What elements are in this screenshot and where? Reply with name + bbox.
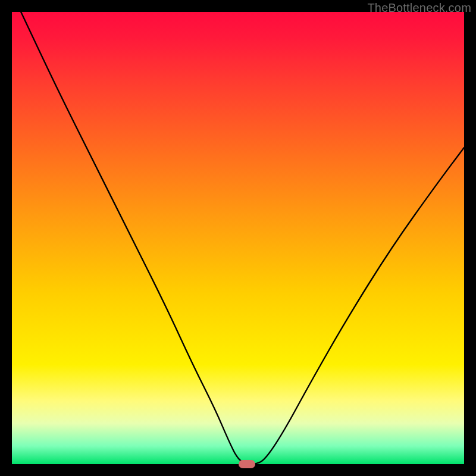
curve-path: [21, 12, 464, 464]
bottleneck-curve: [12, 12, 464, 464]
chart-frame: TheBottleneck.com: [0, 0, 476, 476]
plot-area: [12, 12, 464, 464]
optimal-marker: [239, 460, 255, 468]
attribution-text: TheBottleneck.com: [367, 1, 471, 15]
